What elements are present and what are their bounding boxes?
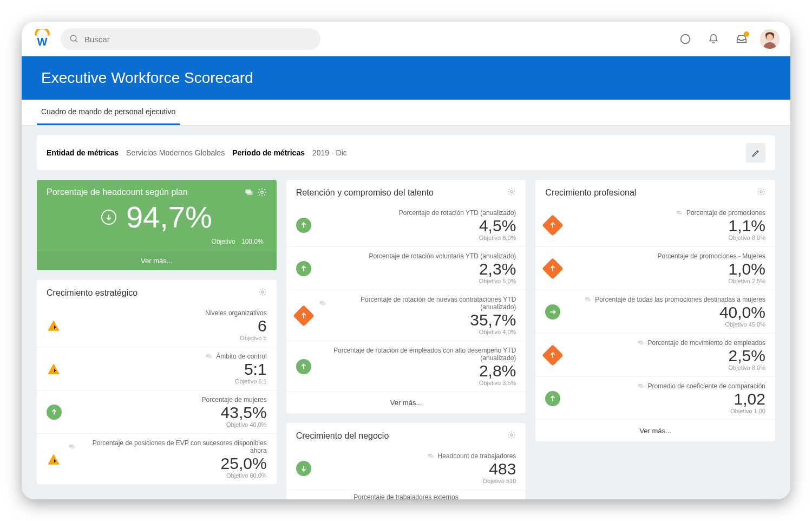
comment-icon [68,443,76,451]
svg-rect-17 [321,302,325,305]
metric-row[interactable]: Porcentaje de rotación YTD (anualizado)4… [286,204,526,246]
metric-objective: Objetivo 45,0% [568,321,765,328]
hero-obj-value: 100,0% [241,238,264,245]
svg-point-9 [260,191,263,194]
app-window: W Executive Workforce Scorecard [22,22,790,499]
metric-value: 40,0% [568,303,765,321]
metric-row[interactable]: Porcentaje de mujeres43,5%Objetivo 40,0% [37,390,277,433]
metric-row[interactable]: Porcentaje de rotación voluntaria YTD (a… [286,246,526,290]
gear-icon[interactable] [258,288,267,298]
status-bad-icon [542,344,564,366]
comment-icon [637,339,645,347]
svg-point-6 [767,34,773,41]
metric-label: Porcentaje de rotación de empleados con … [319,347,516,362]
svg-point-15 [510,191,513,193]
metric-label: Porcentaje de todas las promociones dest… [595,296,765,303]
svg-point-1 [70,35,76,41]
status-good-icon [296,461,311,476]
svg-rect-25 [587,298,591,301]
svg-line-2 [75,40,77,42]
business-card: Crecimiento del negocio Headcount de tra… [286,423,526,499]
pencil-icon [751,148,761,158]
topbar: W [22,22,790,56]
metric-value: 2,3% [319,260,516,278]
search-icon [69,34,79,44]
hero-obj-label: Objetivo [212,238,235,245]
gear-icon[interactable] [757,187,765,198]
hero-more-link[interactable]: Ver más... [37,251,277,270]
metric-label: Ámbito de control [216,353,266,360]
comment-icon [205,353,213,360]
workday-logo[interactable]: W [32,29,52,49]
avatar[interactable] [760,29,780,49]
metric-objective: Objetivo 8,0% [568,364,765,371]
filter-bar: Entidad de métricas Servicios Modernos G… [37,135,775,170]
status-warn-icon [47,452,61,466]
metric-row[interactable]: Porcentaje de todas las promociones dest… [535,290,775,333]
metric-row[interactable]: Porcentaje de promociones - Mujeres1,0%O… [535,246,775,290]
metric-row[interactable]: Niveles organizativos6Objetivo 5 [37,304,277,347]
metric-row[interactable]: Headcount de trabajadores483Objetivo 510 [286,447,526,490]
retention-card: Retención y compromiso del talento Porce… [286,180,526,413]
tab-bar: Cuadro de mando de personal ejecutivo [22,100,790,126]
metric-label: Porcentaje de posiciones de EVP con suce… [79,439,267,454]
edit-button[interactable] [746,143,765,162]
search-bar[interactable] [61,28,320,50]
svg-rect-14 [71,446,75,448]
status-bad-icon [542,258,564,279]
metric-row[interactable]: Promedio de coeficiente de comparación1,… [535,376,775,420]
professional-more-link[interactable]: Ver más... [535,420,775,441]
metric-value: 5:1 [68,360,267,378]
gear-icon[interactable] [507,431,516,441]
page-banner: Executive Workforce Scorecard [22,56,790,100]
gear-icon[interactable] [507,187,516,198]
comment-icon [584,296,592,303]
metric-objective: Objetivo 6:1 [68,378,267,385]
status-good-icon [296,261,311,276]
status-good-icon [545,391,560,406]
metric-value: 43,5% [69,403,267,421]
comment-icon [319,299,326,307]
metric-label: Headcount de trabajadores [438,452,516,460]
metric-value: 2,5% [568,347,765,364]
tab-scorecard[interactable]: Cuadro de mando de personal ejecutivo [37,100,180,125]
strategic-title: Crecimiento estratégico [47,288,137,298]
metric-row[interactable]: Porcentaje de rotación de empleados con … [286,341,526,392]
search-input[interactable] [84,35,312,44]
inbox-icon[interactable] [732,29,751,49]
metric-row[interactable]: Porcentaje de movimiento de empleados2,5… [535,333,775,376]
svg-point-10 [261,291,264,293]
professional-card: Crecimiento profesional Porcentaje de pr… [535,180,775,441]
chat-icon[interactable] [676,29,695,49]
metric-value: 1,02 [568,390,765,408]
comment-icon[interactable] [244,187,254,197]
metric-objective: Objetivo 5 [68,335,267,341]
metric-row[interactable]: Porcentaje de rotación de nuevas contrat… [286,290,526,341]
svg-rect-27 [639,342,644,344]
metric-objective: Objetivo 2,5% [568,278,765,284]
metric-objective: Objetivo 510 [319,478,516,484]
gear-icon[interactable] [257,187,267,197]
metric-value: 1,0% [568,260,765,278]
status-warn-icon [47,318,61,333]
business-extra-label: Porcentaje de trabajadores externos [353,493,458,499]
metric-objective: Objetivo 60,0% [68,472,267,479]
notifications-icon[interactable] [704,29,723,49]
comment-icon [427,452,435,460]
metric-value: 35,7% [319,311,516,329]
retention-more-link[interactable]: Ver más... [286,392,526,413]
metric-label: Porcentaje de promociones [686,209,765,217]
hero-title: Porcentaje de headcount según plan [47,187,188,197]
period-value: 2019 - Dic [312,148,347,157]
metric-label: Porcentaje de promociones - Mujeres [658,252,765,260]
strategic-list: Niveles organizativos6Objetivo 5Ámbito d… [37,304,277,484]
metric-row[interactable]: Porcentaje de posiciones de EVP con suce… [37,433,277,484]
metric-row[interactable]: Porcentaje de promociones1,1%Objetivo 8,… [535,204,775,246]
metric-label: Porcentaje de rotación voluntaria YTD (a… [369,252,516,260]
metric-row[interactable]: Ámbito de control5:1Objetivo 6:1 [37,347,277,390]
metric-label: Porcentaje de rotación YTD (anualizado) [399,209,516,217]
comment-icon [676,209,683,217]
svg-text:W: W [37,36,48,48]
svg-point-18 [510,434,513,436]
metric-objective: Objetivo 8,0% [319,235,516,241]
